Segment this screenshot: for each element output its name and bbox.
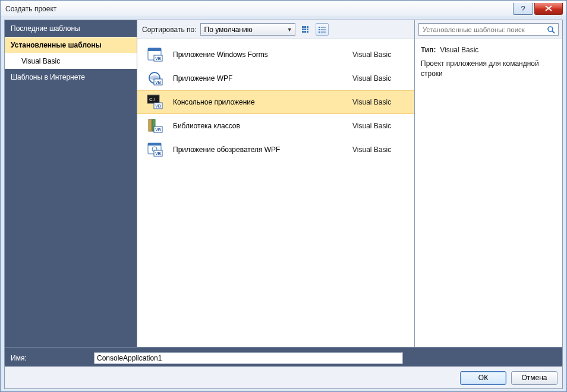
window-controls: ?	[513, 3, 566, 15]
svg-text:VB: VB	[155, 80, 161, 84]
svg-text:VB: VB	[155, 151, 161, 156]
help-button[interactable]: ?	[513, 3, 533, 15]
sidebar-subitem-vb[interactable]: Visual Basic	[5, 53, 137, 69]
button-bar: ОК Отмена	[4, 366, 563, 389]
template-icon: C:\VB	[146, 94, 165, 110]
svg-rect-31	[148, 143, 161, 146]
chevron-down-icon: ▼	[287, 27, 292, 33]
sidebar-item-recent[interactable]: Последние шаблоны	[5, 20, 137, 37]
template-icon: VB	[146, 118, 165, 134]
svg-rect-8	[307, 31, 308, 33]
sidebar: Последние шаблоны Установленные шаблоны …	[5, 20, 137, 347]
template-name: Библиотека классов	[173, 122, 352, 130]
template-name: Приложение обозревателя WPF	[173, 146, 352, 154]
template-description: Проект приложения для командной строки	[421, 59, 556, 79]
close-button[interactable]	[534, 3, 563, 15]
svg-rect-0	[302, 26, 304, 28]
template-lang: Visual Basic	[352, 98, 406, 106]
name-input[interactable]	[94, 352, 403, 364]
search-input-wrapper[interactable]	[418, 23, 559, 36]
search-icon[interactable]	[546, 25, 556, 34]
svg-text:VB: VB	[155, 128, 161, 132]
search-input[interactable]	[423, 26, 546, 33]
svg-text:VB: VB	[155, 56, 161, 61]
view-details-button[interactable]	[316, 23, 329, 36]
cancel-button[interactable]: Отмена	[511, 371, 557, 385]
svg-rect-6	[302, 31, 304, 33]
template-icon: VB	[146, 141, 165, 158]
sort-value: По умолчанию	[204, 26, 253, 34]
svg-rect-3	[302, 29, 304, 30]
window-title: Создать проект	[5, 5, 56, 13]
template-row[interactable]: VBПриложение Windows FormsVisual Basic	[137, 43, 414, 67]
sort-label: Сортировать по:	[142, 26, 197, 34]
template-name: Приложение WPF	[173, 74, 352, 83]
svg-rect-10	[321, 27, 326, 28]
center-pane: Сортировать по: По умолчанию ▼ VBПриложе…	[137, 20, 415, 347]
template-list[interactable]: VBПриложение Windows FormsVisual BasicVB…	[137, 39, 414, 347]
template-name: Приложение Windows Forms	[173, 50, 352, 59]
form-row: Имя:	[4, 347, 563, 366]
svg-text:C:\: C:\	[149, 97, 156, 102]
svg-rect-11	[319, 29, 320, 30]
sidebar-item-installed[interactable]: Установленные шаблоны	[5, 37, 137, 53]
toolbar: Сортировать по: По умолчанию ▼	[137, 20, 414, 39]
svg-rect-1	[304, 26, 306, 28]
svg-rect-14	[321, 31, 326, 33]
sort-dropdown[interactable]: По умолчанию ▼	[200, 23, 295, 36]
template-icon: VB	[146, 46, 165, 63]
info-panel: Тип: Visual Basic Проект приложения для …	[415, 39, 562, 84]
template-lang: Visual Basic	[352, 122, 406, 130]
svg-rect-5	[307, 29, 308, 30]
svg-rect-9	[319, 27, 320, 28]
svg-rect-7	[304, 31, 306, 33]
template-row[interactable]: VBБиблиотека классовVisual Basic	[137, 114, 414, 138]
right-pane: Тип: Visual Basic Проект приложения для …	[415, 20, 562, 347]
template-lang: Visual Basic	[352, 146, 406, 154]
titlebar[interactable]: Создать проект ?	[1, 1, 566, 17]
type-label: Тип:	[421, 46, 436, 54]
svg-rect-12	[321, 29, 326, 30]
svg-rect-26	[149, 119, 152, 131]
svg-rect-4	[304, 29, 306, 30]
name-label: Имя:	[11, 354, 94, 362]
type-value: Visual Basic	[440, 46, 478, 54]
svg-line-36	[552, 31, 555, 33]
template-icon: VB	[146, 70, 165, 87]
dialog-window: Создать проект ? Последние шаблоны Устан…	[0, 0, 567, 392]
svg-rect-16	[148, 48, 161, 51]
svg-point-35	[548, 27, 553, 31]
template-row[interactable]: C:\VBКонсольное приложениеVisual Basic	[137, 90, 414, 114]
svg-rect-2	[307, 26, 308, 28]
svg-rect-13	[319, 31, 320, 33]
ok-button[interactable]: ОК	[460, 371, 506, 385]
template-lang: Visual Basic	[352, 50, 406, 59]
svg-text:VB: VB	[155, 104, 161, 108]
template-name: Консольное приложение	[173, 98, 352, 106]
template-row[interactable]: VBПриложение WPFVisual Basic	[137, 67, 414, 90]
view-small-icons-button[interactable]	[299, 23, 312, 36]
template-row[interactable]: VBПриложение обозревателя WPFVisual Basi…	[137, 138, 414, 162]
template-lang: Visual Basic	[352, 74, 406, 83]
sidebar-item-online[interactable]: Шаблоны в Интернете	[5, 69, 137, 86]
